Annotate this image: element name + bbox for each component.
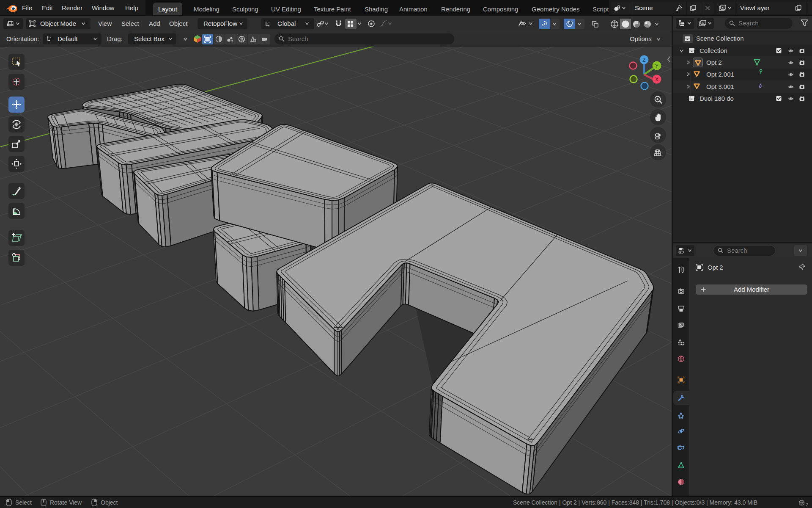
svg-text:X: X (655, 77, 658, 83)
svg-text:Z: Z (642, 57, 645, 63)
svg-text:Y: Y (655, 63, 658, 69)
